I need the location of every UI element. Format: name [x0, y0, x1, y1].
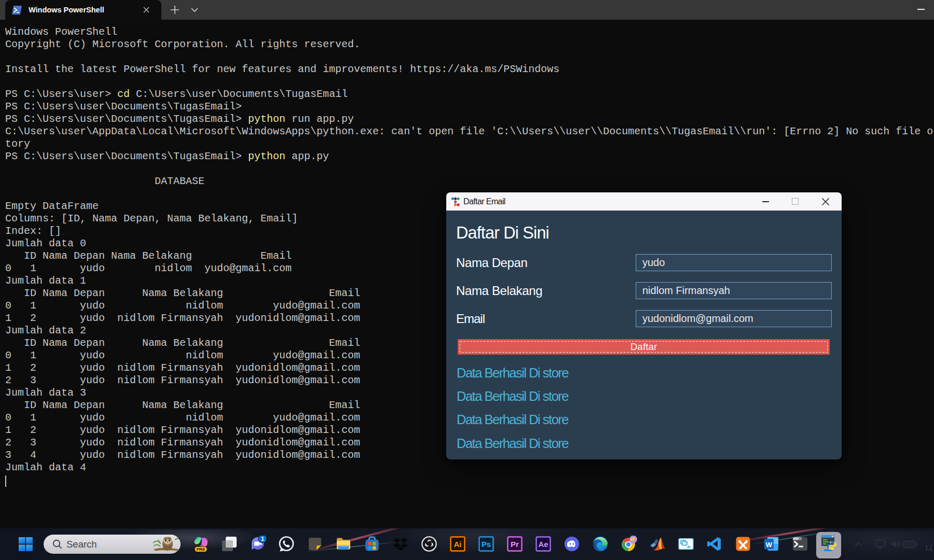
svg-text:Ai: Ai — [454, 540, 462, 549]
svg-text:Ae: Ae — [538, 540, 548, 549]
svg-text:W: W — [766, 541, 773, 549]
svg-text:1: 1 — [261, 536, 264, 542]
svg-text:PRE: PRE — [197, 547, 205, 552]
svg-text:1: 1 — [685, 542, 686, 545]
svg-text:Pr: Pr — [511, 540, 519, 549]
svg-text:Ps: Ps — [482, 540, 491, 549]
